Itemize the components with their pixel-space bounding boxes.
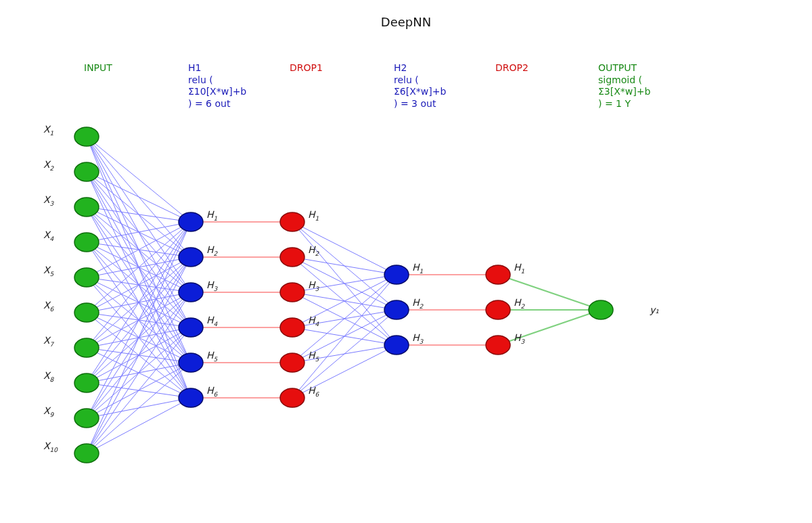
input-node	[74, 268, 99, 287]
drop1-node	[280, 283, 304, 302]
input-neuron-label: X5	[43, 265, 55, 277]
h2-node	[384, 265, 409, 284]
drop2-node	[486, 300, 510, 319]
drop1-neuron-label: H1	[308, 209, 319, 222]
nn-diagram: DeepNN X1X2X3X4X5X6X7X8X9X10H1H2H3H4H5H6…	[0, 0, 812, 523]
layer-formula: relu ( Σ6[X*w]+b ) = 3 out	[394, 74, 446, 110]
layer-name: H1	[188, 62, 201, 73]
h2-neuron-label: H3	[412, 332, 424, 345]
drop1-neuron-label: H6	[308, 385, 320, 398]
h1-node	[179, 353, 203, 372]
h1-node	[179, 388, 203, 407]
h1-neuron-label: H2	[206, 244, 219, 257]
h1-node	[179, 283, 203, 302]
edge	[292, 275, 397, 398]
input-node	[74, 233, 99, 252]
h2-node	[384, 300, 409, 319]
drop2-node	[486, 336, 510, 355]
drop1-neuron-label: H4	[308, 315, 319, 327]
output-node	[589, 300, 613, 319]
h2-neuron-label: H2	[412, 297, 424, 310]
drop1-node	[280, 248, 304, 267]
layer-label-drop2: DROP2	[495, 62, 528, 74]
input-neuron-label: X7	[43, 335, 55, 348]
drop1-neuron-label: H3	[308, 279, 320, 292]
input-node	[74, 444, 99, 463]
h1-neuron-label: H3	[206, 279, 219, 292]
layer-name: OUTPUT	[598, 62, 637, 73]
drop2-neuron-label: H1	[514, 262, 525, 275]
edge	[87, 292, 191, 453]
layer-label-input: INPUT	[84, 62, 112, 74]
edge	[292, 257, 397, 275]
input-node	[74, 409, 99, 428]
layer-name: INPUT	[84, 62, 112, 73]
drop1-node	[280, 353, 304, 372]
h2-node	[384, 336, 409, 355]
drop1-neuron-label: H5	[308, 350, 320, 363]
drop2-node	[486, 265, 510, 284]
input-neuron-label: X9	[43, 405, 55, 418]
input-node	[74, 338, 99, 357]
input-neuron-label: X2	[43, 159, 55, 172]
input-neuron-label: X10	[43, 440, 58, 453]
drop1-neuron-label: H2	[308, 244, 320, 257]
input-node	[74, 303, 99, 322]
edge	[87, 363, 191, 453]
layer-label-output: OUTPUT sigmoid ( Σ3[X*w]+b ) = 1 Y	[598, 62, 650, 110]
h1-neuron-label: H4	[206, 315, 218, 327]
h1-node	[179, 212, 203, 231]
input-neuron-label: X3	[43, 194, 55, 207]
layer-label-h1: H1 relu ( Σ10[X*w]+b ) = 6 out	[188, 62, 246, 110]
drop1-node	[280, 318, 304, 337]
layer-label-drop1: DROP1	[290, 62, 323, 74]
h1-neuron-label: H6	[206, 385, 219, 398]
input-node	[74, 162, 99, 181]
layer-formula: sigmoid ( Σ3[X*w]+b ) = 1 Y	[598, 74, 650, 110]
input-node	[74, 198, 99, 217]
layer-name: DROP1	[290, 62, 323, 73]
output-neuron-label: y₁	[650, 304, 659, 315]
h1-node	[179, 248, 203, 267]
input-neuron-label: X4	[43, 229, 54, 242]
input-node	[74, 373, 99, 392]
h1-node	[179, 318, 203, 337]
input-neuron-label: X1	[43, 124, 54, 137]
layer-name: DROP2	[495, 62, 528, 73]
input-node	[74, 127, 99, 146]
h1-neuron-label: H5	[206, 350, 219, 363]
drop2-neuron-label: H2	[514, 297, 526, 310]
edge	[87, 222, 191, 453]
layer-formula: relu ( Σ10[X*w]+b ) = 6 out	[188, 74, 246, 110]
h2-neuron-label: H1	[412, 262, 424, 275]
edge	[87, 398, 191, 453]
drop2-neuron-label: H3	[514, 332, 526, 345]
layer-label-h2: H2 relu ( Σ6[X*w]+b ) = 3 out	[394, 62, 446, 110]
input-neuron-label: X8	[43, 370, 55, 383]
h1-neuron-label: H1	[206, 209, 218, 222]
input-neuron-label: X6	[43, 300, 55, 313]
drop1-node	[280, 388, 304, 407]
drop1-node	[280, 212, 304, 231]
layer-name: H2	[394, 62, 407, 73]
